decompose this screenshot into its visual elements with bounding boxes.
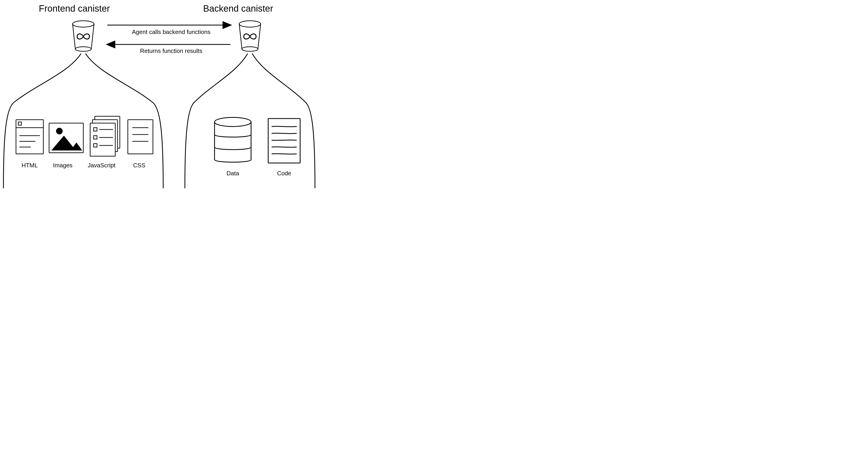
- images-icon: [49, 123, 83, 153]
- svg-point-11: [56, 128, 62, 134]
- code-icon: [268, 119, 300, 163]
- data-icon: [215, 117, 251, 162]
- svg-rect-21: [128, 120, 153, 154]
- backend-canister-icon: [239, 21, 261, 51]
- svg-point-1: [75, 47, 91, 51]
- svg-rect-6: [18, 122, 22, 125]
- svg-point-3: [242, 47, 258, 51]
- svg-point-0: [72, 21, 94, 27]
- javascript-icon: [90, 116, 120, 156]
- frontend-canister-icon: [72, 21, 94, 51]
- svg-point-2: [239, 21, 261, 27]
- css-icon: [128, 120, 153, 154]
- svg-point-25: [215, 117, 251, 127]
- backend-bag: [185, 54, 315, 188]
- diagram-svg: [0, 0, 347, 188]
- html-icon: [16, 120, 43, 154]
- frontend-bag: [3, 54, 163, 188]
- svg-rect-26: [268, 119, 300, 163]
